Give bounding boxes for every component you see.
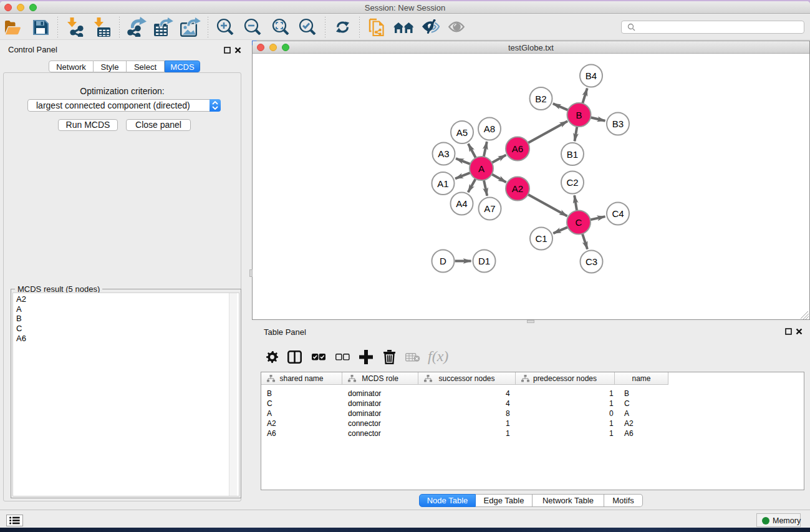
svg-text:D: D [440,256,446,266]
svg-text:C1: C1 [535,233,547,244]
svg-text:A2: A2 [512,183,523,194]
svg-text:B1: B1 [567,149,578,160]
svg-text:A4: A4 [456,198,467,209]
svg-text:A7: A7 [484,203,495,214]
svg-text:A3: A3 [438,148,449,159]
svg-text:B: B [576,110,582,120]
svg-text:A8: A8 [484,123,495,134]
svg-text:D1: D1 [478,256,490,266]
svg-text:C3: C3 [586,256,597,267]
svg-text:C2: C2 [566,177,578,188]
svg-text:A5: A5 [456,127,468,138]
svg-text:B4: B4 [586,70,597,81]
svg-text:A6: A6 [512,143,523,154]
svg-text:C: C [576,217,582,228]
svg-text:B3: B3 [612,118,624,129]
svg-text:C4: C4 [612,208,624,219]
svg-text:A1: A1 [437,178,448,189]
svg-text:B2: B2 [535,94,546,104]
svg-text:A: A [478,163,485,174]
